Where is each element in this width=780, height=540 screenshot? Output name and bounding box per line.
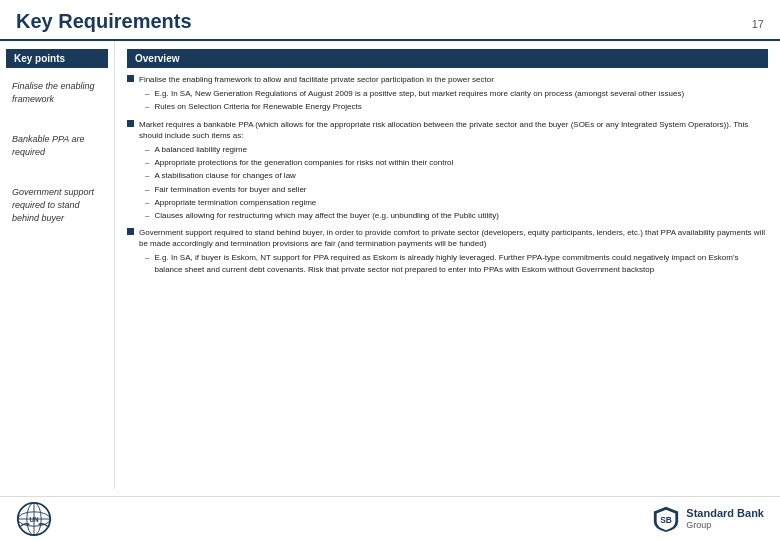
sidebar-item-bankable: Bankable PPA are required (6, 129, 108, 162)
standard-bank-name: Standard Bank (686, 507, 764, 520)
page-number: 17 (752, 18, 764, 30)
section-3: Government support required to stand beh… (127, 227, 768, 275)
bullet-main-2: Market requires a bankable PPA (which al… (127, 119, 768, 141)
bullet-sub-text-1-2: Rules on Selection Criteria for Renewabl… (154, 101, 768, 112)
bullet-main-1: Finalise the enabling framework to allow… (127, 74, 768, 85)
section-2: Market requires a bankable PPA (which al… (127, 119, 768, 222)
bullet-main-text-3: Government support required to stand beh… (139, 227, 768, 249)
sub-bullets-3: – E.g. In SA, if buyer is Eskom, NT supp… (145, 252, 768, 274)
bullet-sub-2-2: – Appropriate protections for the genera… (145, 157, 768, 168)
bullet-sub-1-2: – Rules on Selection Criteria for Renewa… (145, 101, 768, 112)
content-header: Overview (127, 49, 768, 68)
bullet-main-text-2: Market requires a bankable PPA (which al… (139, 119, 768, 141)
bullet-sub-text-2-4: Fair termination events for buyer and se… (154, 184, 768, 195)
sidebar: Key points Finalise the enabling framewo… (0, 41, 115, 489)
bullet-sub-text-2-2: Appropriate protections for the generati… (154, 157, 768, 168)
bullet-square-icon (127, 120, 134, 127)
dash-icon: – (145, 210, 149, 221)
bullet-sub-1-1: – E.g. In SA, New Generation Regulations… (145, 88, 768, 99)
content-area: Overview Finalise the enabling framework… (115, 41, 780, 489)
bullet-sub-text-2-1: A balanced liability regime (154, 144, 768, 155)
sub-bullets-2: – A balanced liability regime – Appropri… (145, 144, 768, 221)
sub-bullets-1: – E.g. In SA, New Generation Regulations… (145, 88, 768, 112)
main-layout: Key points Finalise the enabling framewo… (0, 41, 780, 489)
bullet-sub-2-3: – A stabilisation clause for changes of … (145, 170, 768, 181)
standard-bank-shield-icon: SB (652, 505, 680, 533)
bullet-main-3: Government support required to stand beh… (127, 227, 768, 249)
dash-icon: – (145, 197, 149, 208)
page-title: Key Requirements (16, 10, 192, 33)
dash-icon: – (145, 252, 149, 263)
bullet-sub-2-5: – Appropriate termination compensation r… (145, 197, 768, 208)
section-1: Finalise the enabling framework to allow… (127, 74, 768, 113)
sidebar-item-finalise: Finalise the enabling framework (6, 76, 108, 109)
bullet-square-icon (127, 75, 134, 82)
svg-text:SB: SB (661, 514, 673, 524)
bullet-sub-2-1: – A balanced liability regime (145, 144, 768, 155)
dash-icon: – (145, 157, 149, 168)
dash-icon: – (145, 144, 149, 155)
bullet-sub-text-3-1: E.g. In SA, if buyer is Eskom, NT suppor… (154, 252, 768, 274)
svg-text:UN: UN (29, 515, 39, 522)
dash-icon: – (145, 88, 149, 99)
dash-icon: – (145, 170, 149, 181)
page-header: Key Requirements 17 (0, 0, 780, 41)
standard-bank-logo: SB Standard Bank Group (652, 505, 764, 533)
sidebar-item-government: Government support required to stand beh… (6, 182, 108, 228)
un-logo-icon: UN (16, 501, 52, 537)
bullet-main-text-1: Finalise the enabling framework to allow… (139, 74, 768, 85)
dash-icon: – (145, 101, 149, 112)
bullet-sub-text-2-6: Clauses allowing for restructuring which… (154, 210, 768, 221)
bullet-sub-text-2-5: Appropriate termination compensation reg… (154, 197, 768, 208)
dash-icon: – (145, 184, 149, 195)
standard-bank-text: Standard Bank Group (686, 507, 764, 531)
bullet-sub-text-1-1: E.g. In SA, New Generation Regulations o… (154, 88, 768, 99)
bullet-sub-text-2-3: A stabilisation clause for changes of la… (154, 170, 768, 181)
bullet-square-icon (127, 228, 134, 235)
sidebar-header: Key points (6, 49, 108, 68)
bullet-sub-2-4: – Fair termination events for buyer and … (145, 184, 768, 195)
bullet-sub-2-6: – Clauses allowing for restructuring whi… (145, 210, 768, 221)
footer: UN SB Standard Bank Group (0, 496, 780, 540)
bullet-sub-3-1: – E.g. In SA, if buyer is Eskom, NT supp… (145, 252, 768, 274)
standard-bank-sub: Group (686, 520, 764, 531)
